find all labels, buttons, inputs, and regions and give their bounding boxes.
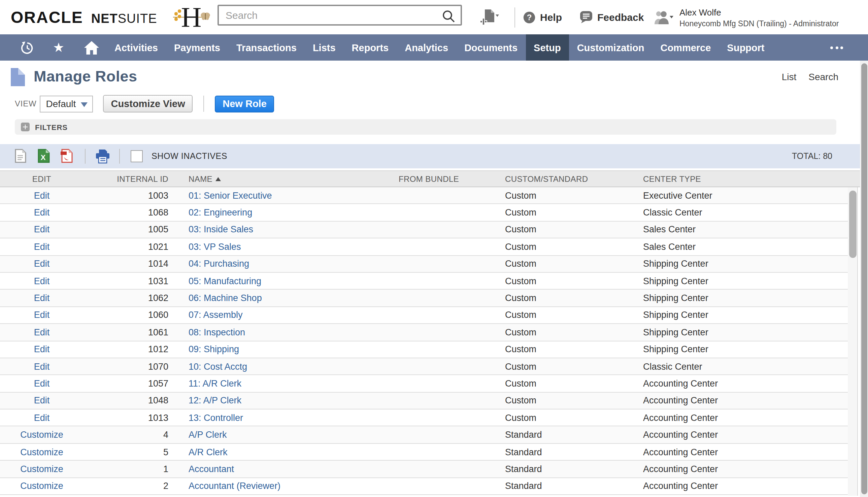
- recent-records-icon[interactable]: [20, 41, 34, 54]
- row-action-link[interactable]: Customize: [20, 430, 63, 440]
- role-name-link[interactable]: A/P Clerk: [188, 430, 227, 440]
- row-from-bundle: [399, 478, 504, 494]
- search-icon[interactable]: [442, 10, 455, 23]
- role-name-link[interactable]: 05: Manufacturing: [188, 276, 261, 286]
- nav-support[interactable]: Support: [719, 34, 772, 61]
- role-name-link[interactable]: 13: Controller: [188, 413, 243, 423]
- row-action-link[interactable]: Edit: [34, 276, 50, 286]
- role-name-link[interactable]: A/R Clerk: [188, 447, 228, 457]
- row-action-link[interactable]: Edit: [34, 344, 50, 354]
- user-menu[interactable]: Alex Wolfe Honeycomb Mfg SDN (Trailing) …: [653, 0, 839, 34]
- home-icon[interactable]: [84, 41, 99, 54]
- export-pdf-icon[interactable]: [61, 149, 73, 163]
- page-scrollbar-thumb[interactable]: [861, 63, 867, 494]
- role-name-link[interactable]: 07: Assembly: [188, 310, 243, 320]
- column-header-internal-id[interactable]: INTERNAL ID: [84, 171, 170, 186]
- row-action-link[interactable]: Customize: [20, 447, 63, 457]
- row-action-link[interactable]: Edit: [34, 379, 50, 388]
- column-header-center-type[interactable]: CENTER TYPE: [641, 171, 860, 186]
- page-scrollbar[interactable]: [860, 61, 868, 497]
- nav-reports[interactable]: Reports: [344, 34, 397, 61]
- nav-documents[interactable]: Documents: [456, 34, 526, 61]
- row-center-type: Shipping Center: [641, 307, 848, 323]
- row-custom-standard: Custom: [504, 222, 641, 238]
- filters-bar[interactable]: FILTERS: [15, 119, 836, 135]
- create-new-menu-icon[interactable]: [480, 9, 499, 26]
- table-row: Edit 1068 02: Engineering Custom Classic…: [0, 204, 848, 222]
- row-from-bundle: [399, 358, 504, 375]
- shortcuts-star-icon[interactable]: ★: [51, 41, 66, 54]
- role-name-link[interactable]: 02: Engineering: [188, 208, 252, 217]
- role-name-link[interactable]: 06: Machine Shop: [188, 293, 262, 303]
- row-action-link[interactable]: Edit: [34, 396, 50, 406]
- role-name-link[interactable]: Accountant: [188, 464, 234, 474]
- role-name-link[interactable]: 12: A/P Clerk: [188, 396, 241, 406]
- row-center-type: Accounting Center: [641, 478, 848, 494]
- help-button[interactable]: ? Help: [523, 0, 562, 34]
- show-inactives-label: SHOW INACTIVES: [152, 144, 227, 168]
- view-select[interactable]: Default: [40, 95, 93, 112]
- table-scrollbar[interactable]: [848, 187, 858, 496]
- table-row: Edit 1014 04: Purchasing Custom Shipping…: [0, 256, 848, 273]
- row-custom-standard: Custom: [504, 410, 641, 426]
- list-link[interactable]: List: [782, 71, 797, 82]
- row-action-link[interactable]: Edit: [34, 259, 50, 269]
- role-name-link[interactable]: 03: Inside Sales: [188, 225, 253, 235]
- row-action-link[interactable]: Edit: [34, 413, 50, 423]
- nav-activities[interactable]: Activities: [106, 34, 166, 61]
- row-action-link[interactable]: Edit: [34, 310, 50, 320]
- view-label: VIEW: [15, 99, 37, 109]
- role-name-link[interactable]: 10: Cost Acctg: [188, 361, 247, 371]
- column-header-custom-standard[interactable]: CUSTOM/STANDARD: [504, 171, 641, 186]
- search-input[interactable]: [219, 6, 460, 24]
- nav-lists[interactable]: Lists: [305, 34, 344, 61]
- role-name-link[interactable]: Accountant (Reviewer): [188, 481, 281, 491]
- role-name-link[interactable]: 11: A/R Clerk: [188, 379, 241, 388]
- column-header-name[interactable]: NAME: [170, 171, 399, 186]
- role-name-link[interactable]: 08: Inspection: [188, 327, 245, 337]
- row-from-bundle: [399, 444, 504, 460]
- nav-customization[interactable]: Customization: [569, 34, 653, 61]
- row-from-bundle: [399, 392, 504, 409]
- print-icon[interactable]: [96, 150, 110, 164]
- nav-transactions[interactable]: Transactions: [228, 34, 305, 61]
- nav-commerce[interactable]: Commerce: [652, 34, 719, 61]
- row-action-link[interactable]: Customize: [20, 464, 63, 474]
- header-divider: [514, 8, 515, 28]
- table-row: Edit 1062 06: Machine Shop Custom Shippi…: [0, 290, 848, 307]
- nav-analytics[interactable]: Analytics: [397, 34, 456, 61]
- column-header-edit[interactable]: EDIT: [0, 171, 84, 186]
- row-action-link[interactable]: Edit: [34, 190, 50, 200]
- customize-view-button[interactable]: Customize View: [103, 95, 193, 112]
- row-action-link[interactable]: Edit: [34, 242, 50, 252]
- role-name-link[interactable]: 09: Shipping: [188, 344, 239, 354]
- role-name-link[interactable]: 01: Senior Executive: [188, 190, 272, 200]
- row-center-type: Sales Center: [641, 222, 848, 238]
- show-inactives-checkbox[interactable]: [131, 150, 143, 162]
- export-csv-icon[interactable]: [15, 149, 26, 163]
- nav-setup[interactable]: Setup: [526, 34, 569, 61]
- user-name: Alex Wolfe: [680, 7, 839, 17]
- row-internal-id: 1062: [84, 290, 170, 307]
- export-excel-icon[interactable]: X: [38, 149, 50, 163]
- table-scrollbar-thumb[interactable]: [849, 190, 856, 258]
- row-action-link[interactable]: Customize: [20, 481, 63, 491]
- expand-filters-icon[interactable]: [21, 123, 30, 131]
- new-role-button[interactable]: New Role: [215, 95, 274, 112]
- row-action-link[interactable]: Edit: [34, 361, 50, 371]
- feedback-button[interactable]: Feedback: [580, 0, 644, 34]
- row-action-link[interactable]: Edit: [34, 225, 50, 235]
- role-name-link[interactable]: 03: VP Sales: [188, 242, 241, 252]
- row-action-link[interactable]: Edit: [34, 327, 50, 337]
- column-header-from-bundle[interactable]: FROM BUNDLE: [399, 171, 504, 186]
- title-row: Manage Roles List Search: [11, 65, 838, 89]
- row-action-link[interactable]: Edit: [34, 293, 50, 303]
- row-action-link[interactable]: Edit: [34, 208, 50, 217]
- search-link[interactable]: Search: [808, 71, 838, 82]
- row-internal-id: 2: [84, 478, 170, 494]
- row-internal-id: 1060: [84, 307, 170, 323]
- nav-payments[interactable]: Payments: [166, 34, 228, 61]
- nav-overflow-icon[interactable]: [830, 34, 843, 61]
- role-name-link[interactable]: 04: Purchasing: [188, 259, 249, 269]
- row-internal-id: 1068: [84, 204, 170, 221]
